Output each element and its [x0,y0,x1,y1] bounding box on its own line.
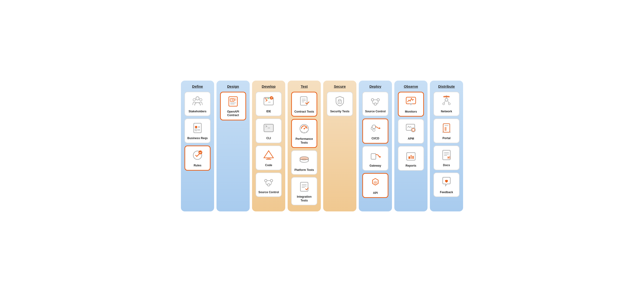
card-label-docs: Docs [443,164,450,167]
card-label-cli: CLI [266,136,271,140]
column-deploy: DeploySource ControlCI/CDGatewayAPI [359,80,392,212]
card-label-contract-tests: Contract Tests [294,110,314,114]
card-reports[interactable]: Reports [398,146,424,171]
column-header-develop: Develop [262,84,276,88]
column-header-test: Test [301,84,308,88]
svg-point-34 [268,184,270,186]
svg-point-11 [198,150,202,154]
svg-rect-79 [412,156,414,159]
column-observe: ObserveMonitorsAPMReports [394,80,428,212]
source-control-icon [369,94,382,108]
svg-rect-77 [408,156,410,159]
card-label-openapi-contract: OpenAPI Contract [222,110,244,117]
svg-marker-65 [380,156,381,158]
card-network[interactable]: Network [434,92,460,116]
svg-point-58 [377,98,380,101]
platform-tests-icon [298,153,311,166]
column-header-distribute: Distribute [438,84,455,88]
card-label-performance-tests: Performance Tests [293,137,315,144]
monitors-icon [404,95,418,108]
diagram: DefineStakeholdersBusiness ReqsRulesDesi… [176,76,468,216]
svg-point-59 [374,103,376,105]
card-security-tests[interactable]: Security Tests [327,92,353,116]
card-label-platform-tests: Platform Tests [294,168,314,172]
column-define: DefineStakeholdersBusiness ReqsRules [181,80,214,212]
svg-rect-7 [195,129,197,131]
column-design: DesignOpenAPI Contract [216,80,250,212]
svg-point-0 [196,97,199,100]
card-integration-tests[interactable]: Integration Tests [291,177,317,205]
card-platform-tests[interactable]: Platform Tests [291,150,317,175]
svg-rect-36 [300,97,307,105]
card-label-monitors: Monitors [405,110,417,114]
card-feedback[interactable]: Feedback [434,172,460,197]
svg-point-57 [371,98,374,101]
svg-point-42 [304,128,305,130]
business-reqs-icon [191,121,204,134]
card-label-source-control-deploy: Source Control [365,110,386,114]
card-label-security-tests: Security Tests [330,110,349,114]
card-gateway[interactable]: Gateway [362,146,388,171]
column-header-define: Define [192,84,203,88]
stakeholders-icon [191,94,204,108]
card-contract-tests[interactable]: Contract Tests [291,92,317,117]
card-label-portal: Portal [442,136,450,140]
api-icon [369,176,382,189]
svg-rect-78 [410,155,412,159]
card-rules[interactable]: Rules [184,146,210,171]
apm-icon [404,122,418,135]
card-cicd[interactable]: CI/CD [362,118,388,144]
rules-icon [191,148,204,162]
svg-point-22 [266,98,268,99]
card-stakeholders[interactable]: Stakeholders [184,92,210,116]
card-source-control-dev[interactable]: Source Control [256,172,282,197]
cli-icon [262,121,275,134]
column-header-secure: Secure [334,84,346,88]
column-test: TestContract TestsPerformance TestsPlatf… [288,80,321,212]
svg-point-23 [268,98,269,99]
column-header-observe: Observe [404,84,418,88]
card-label-api: API [373,191,378,195]
reports-icon [404,149,418,162]
card-label-ide: IDE [266,110,271,114]
column-header-design: Design [227,84,239,88]
card-source-control-deploy[interactable]: Source Control [362,92,388,116]
svg-point-81 [445,98,448,101]
svg-marker-62 [379,127,380,129]
card-openapi-contract[interactable]: OpenAPI Contract [220,92,246,120]
card-label-feedback: Feedback [440,190,453,194]
card-label-business-reqs: Business Reqs [187,136,208,140]
card-code[interactable]: Code [256,146,282,170]
svg-rect-69 [406,97,416,104]
card-business-reqs[interactable]: Business Reqs [184,118,210,143]
network-icon [440,94,453,108]
card-cli[interactable]: CLI [256,118,282,143]
svg-point-32 [264,180,267,182]
gateway-icon [369,149,382,162]
svg-point-50 [300,157,308,160]
svg-point-1 [193,98,196,101]
card-portal[interactable]: Portal [434,118,460,143]
card-label-apm: APM [408,137,414,141]
card-label-source-control-dev: Source Control [258,190,279,194]
column-develop: DevelopIDECLICodeSource Control [252,80,285,212]
code-icon [262,148,275,162]
card-performance-tests[interactable]: Performance Tests [291,119,317,148]
column-distribute: DistributeNetworkPortalDocsFeedback [430,80,463,212]
card-apm[interactable]: APM [398,119,424,144]
integration-tests-icon [298,180,311,193]
docs-icon [440,148,453,162]
card-ide[interactable]: IDE [256,92,282,116]
card-docs[interactable]: Docs [434,146,460,170]
svg-rect-91 [444,127,446,131]
card-label-code: Code [265,164,272,167]
openapi-icon [226,95,240,108]
performance-tests-icon [298,122,311,135]
column-secure: SecureSecurity Tests [323,80,356,212]
card-monitors[interactable]: Monitors [398,92,424,117]
column-header-deploy: Deploy [370,84,381,88]
contract-tests-icon [298,95,311,108]
card-api[interactable]: API [362,173,388,198]
svg-point-33 [270,180,273,182]
ide-icon [262,94,275,108]
